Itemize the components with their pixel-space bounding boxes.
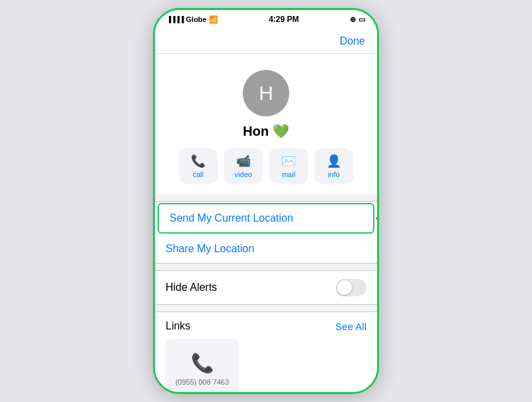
- link-phone-number: (0955) 008 7463: [176, 378, 229, 386]
- phone-frame: ▐▐▐▐ Globe 📶 4:29 PM ⊕ ▭ Done H Hon 💚 📞 …: [153, 8, 379, 394]
- status-bar: ▐▐▐▐ Globe 📶 4:29 PM ⊕ ▭: [155, 10, 377, 29]
- arrow-annotation: [376, 211, 377, 226]
- info-button[interactable]: 👤 info: [315, 148, 353, 184]
- link-card[interactable]: 📞 (0955) 008 7463: [166, 339, 239, 392]
- content-area: H Hon 💚 📞 call 📹 video ✉️ mail 👤: [155, 54, 377, 392]
- nav-bar: Done: [155, 29, 377, 54]
- send-current-location-button[interactable]: Send My Current Location: [158, 203, 374, 234]
- wifi-icon: 📶: [209, 15, 218, 24]
- send-current-location-label: Send My Current Location: [170, 212, 293, 224]
- links-title: Links: [166, 320, 190, 332]
- mail-icon: ✉️: [281, 154, 296, 168]
- share-location-button[interactable]: Share My Location: [155, 235, 377, 263]
- links-section: Links See All 📞 (0955) 008 7463: [155, 311, 377, 392]
- links-header: Links See All: [166, 320, 366, 332]
- location-section: Send My Current Location Share My Locati…: [155, 201, 377, 264]
- video-button[interactable]: 📹 video: [224, 148, 263, 184]
- contact-name: Hon 💚: [243, 123, 289, 139]
- phone-icon: 📞: [191, 154, 205, 168]
- call-button[interactable]: 📞 call: [179, 148, 217, 184]
- status-carrier: ▐▐▐▐ Globe 📶: [167, 15, 218, 24]
- link-phone-icon: 📞: [191, 352, 214, 374]
- alerts-section: Hide Alerts: [155, 270, 377, 305]
- mail-label: mail: [282, 170, 295, 178]
- share-location-label: Share My Location: [166, 243, 254, 255]
- red-arrow-icon: [376, 211, 377, 226]
- info-label: info: [328, 170, 340, 178]
- avatar: H: [243, 70, 289, 116]
- profile-section: H Hon 💚 📞 call 📹 video ✉️ mail 👤: [155, 54, 377, 194]
- see-all-button[interactable]: See All: [335, 321, 366, 332]
- video-label: video: [235, 170, 252, 178]
- toggle-thumb: [337, 280, 352, 295]
- action-buttons-row: 📞 call 📹 video ✉️ mail 👤 info: [168, 148, 364, 184]
- hide-alerts-row: Hide Alerts: [155, 271, 377, 304]
- status-indicators: ⊕ ▭: [350, 15, 365, 24]
- done-button[interactable]: Done: [340, 35, 365, 47]
- screen-mirror-icon: ⊕: [350, 15, 356, 24]
- hide-alerts-toggle[interactable]: [336, 279, 366, 296]
- battery-icon: ▭: [358, 15, 365, 24]
- mail-button[interactable]: ✉️ mail: [269, 148, 308, 184]
- call-label: call: [193, 170, 204, 178]
- info-icon: 👤: [327, 154, 341, 168]
- status-time: 4:29 PM: [269, 15, 299, 24]
- carrier-name: Globe: [186, 15, 207, 23]
- video-icon: 📹: [236, 154, 251, 168]
- hide-alerts-label: Hide Alerts: [166, 282, 217, 294]
